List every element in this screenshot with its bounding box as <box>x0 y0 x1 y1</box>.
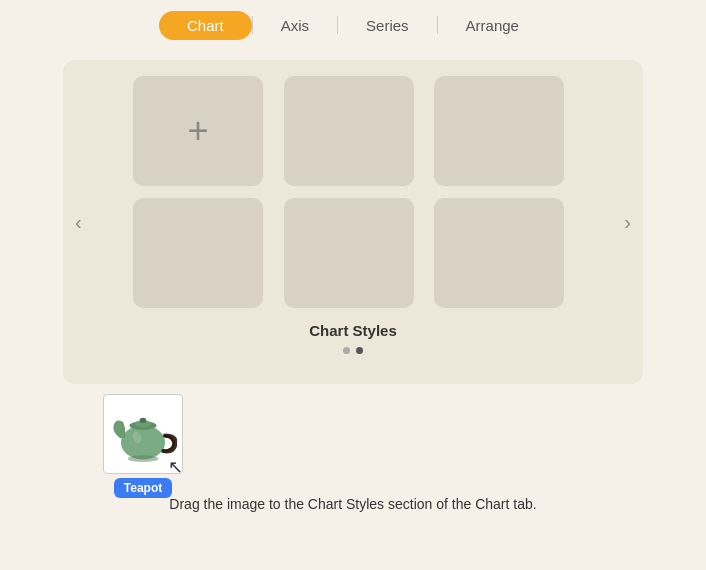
chart-style-cell-6[interactable] <box>434 198 564 308</box>
teapot-label: Teapot <box>114 478 172 498</box>
chart-style-cell-2[interactable] <box>284 76 414 186</box>
drag-area: Teapot ↖ <box>63 384 643 484</box>
svg-point-3 <box>140 418 147 423</box>
chart-style-cell-4[interactable] <box>133 198 263 308</box>
chart-style-cell-5[interactable] <box>284 198 414 308</box>
tab-series[interactable]: Series <box>338 11 437 40</box>
pagination-dots <box>103 347 603 368</box>
nav-right-button[interactable]: › <box>616 203 639 242</box>
teapot-image-box <box>103 394 183 474</box>
tab-axis[interactable]: Axis <box>253 11 337 40</box>
instruction-text: Drag the image to the Chart Styles secti… <box>169 494 536 515</box>
teapot-draggable[interactable]: Teapot <box>103 394 183 498</box>
chart-style-cell-3[interactable] <box>434 76 564 186</box>
dot-1[interactable] <box>343 347 350 354</box>
main-content: ‹ + Chart Styles › <box>0 50 706 515</box>
nav-left-button[interactable]: ‹ <box>67 203 90 242</box>
teapot-svg <box>109 400 177 468</box>
chart-styles-grid: + <box>133 76 573 308</box>
svg-point-0 <box>121 426 165 460</box>
dot-2[interactable] <box>356 347 363 354</box>
section-label: Chart Styles <box>103 322 603 339</box>
tab-chart[interactable]: Chart <box>159 11 252 40</box>
tab-bar: Chart Axis Series Arrange <box>0 0 706 50</box>
tab-arrange[interactable]: Arrange <box>438 11 547 40</box>
add-style-cell[interactable]: + <box>133 76 263 186</box>
chart-styles-container: ‹ + Chart Styles › <box>63 60 643 384</box>
svg-point-4 <box>128 455 159 462</box>
